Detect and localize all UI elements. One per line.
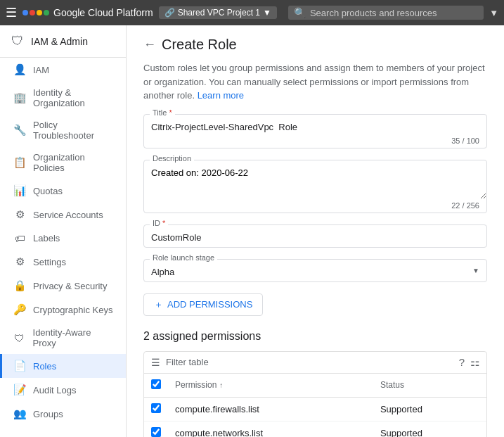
sidebar-item-quotas[interactable]: 📊 Quotas [0,179,126,203]
description-label: Description [150,154,194,163]
sidebar-item-label-service: Service Accounts [33,210,103,220]
learn-more-link[interactable]: Learn more [198,90,244,101]
page-title: Create Role [162,37,237,53]
permissions-table: Permission ↑ Status compute [144,374,486,438]
brand-logo: Google Cloud Platform [22,7,153,18]
row1-permission: compute.firewalls.list [168,397,373,421]
page-header: ← Create Role [143,37,487,53]
sidebar-item-roles[interactable]: 📄 Roles [0,354,126,378]
plus-icon: ＋ [154,298,163,311]
project-dropdown-icon: ▼ [263,8,271,18]
sidebar-item-label-iam: IAM [33,65,49,75]
create-role-form: ← Create Role Custom roles let you group… [127,25,504,437]
launch-stage-select-wrapper: Alpha Beta General Availability Disabled [144,260,486,281]
gcp-logo-icon [22,10,49,15]
id-input[interactable] [144,225,486,247]
roles-icon: 📄 [13,360,26,372]
description-char-count: 22 / 256 [144,201,486,213]
sort-icon[interactable]: ↑ [219,381,223,389]
permission-column-header: Permission ↑ [168,374,373,398]
columns-icon[interactable]: ⚏ [470,356,479,369]
iam-icon: 🛡 [11,34,24,49]
info-text: Custom roles let you group permissions a… [143,61,487,103]
sidebar-item-label-roles: Roles [33,361,56,372]
settings-icon: ⚙ [13,255,26,268]
title-label: Title * [150,108,175,117]
row2-checkbox[interactable] [151,427,161,437]
main-content: ← Create Role Custom roles let you group… [127,25,504,437]
sidebar-item-settings[interactable]: ⚙ Settings [0,250,126,274]
quotas-icon: 📊 [13,184,26,197]
crypto-icon: 🔑 [13,303,26,316]
org-policies-icon: 📋 [13,156,26,169]
sidebar-item-label-labels: Labels [33,233,60,243]
hamburger-menu[interactable]: ☰ [6,5,17,20]
search-bar[interactable]: 🔍 [288,6,484,20]
sidebar-item-cryptographic[interactable]: 🔑 Cryptographic Keys [0,298,126,322]
title-input[interactable] [144,115,486,137]
sidebar-item-label-identity: Identity & Organization [33,87,115,108]
row2-checkbox-cell [144,421,168,437]
service-accounts-icon: ⚙ [13,208,26,221]
launch-stage-select[interactable]: Alpha Beta General Availability Disabled [144,260,486,281]
add-permissions-button[interactable]: ＋ ADD PERMISSIONS [143,293,263,316]
sidebar-item-privacy[interactable]: 🔒 Privacy & Security [0,274,126,298]
description-input[interactable] [144,160,486,199]
sidebar-item-service-accounts[interactable]: ⚙ Service Accounts [0,203,126,227]
select-all-checkbox[interactable] [151,379,161,389]
search-icon: 🔍 [294,7,306,18]
audit-icon: 📝 [13,384,26,396]
description-field-box: Description 22 / 256 [143,160,487,213]
row1-checkbox-cell [144,397,168,421]
status-column-header: Status [373,374,486,398]
sidebar-item-label-proxy: Identity-Aware Proxy [33,327,115,348]
policy-item-icon: 🔧 [13,124,26,137]
sidebar-item-label-quotas: Quotas [33,186,63,196]
sidebar-item-label-policy: Policy Troubleshooter [33,120,115,141]
sidebar-item-label-crypto: Cryptographic Keys [33,305,112,315]
brand-name: Google Cloud Platform [53,7,153,18]
table-row: compute.firewalls.list Supported [144,397,486,421]
sidebar-item-identity-proxy[interactable]: 🛡 Identity-Aware Proxy [0,322,126,354]
top-navigation: ☰ Google Cloud Platform 🔗 Shared VPC Pro… [0,0,504,25]
row1-checkbox[interactable] [151,403,161,413]
project-name: Shared VPC Project 1 [178,8,260,18]
sidebar: 🛡 IAM & Admin 👤 IAM 🏢 Identity & Organiz… [0,25,127,437]
row2-permission: compute.networks.list [168,421,373,437]
help-icon[interactable]: ? [459,356,465,368]
sidebar-item-labels[interactable]: 🏷 Labels [0,227,126,250]
groups-icon: 👥 [13,407,26,420]
sidebar-item-label-privacy: Privacy & Security [33,281,107,291]
id-label: ID * [150,219,168,227]
title-field-box: Title * 35 / 100 [143,114,487,148]
title-char-count: 35 / 100 [144,137,486,148]
search-input[interactable] [310,8,478,18]
sidebar-item-label-settings: Settings [33,257,66,267]
sidebar-item-audit-logs[interactable]: 📝 Audit Logs [0,378,126,402]
table-toolbar: ☰ Filter table ? ⚏ [144,352,486,374]
sidebar-item-org-policies[interactable]: 📋 Organization Policies [0,146,126,179]
privacy-icon: 🔒 [13,279,26,292]
proxy-icon: 🛡 [13,332,26,344]
sidebar-item-label-org: Organization Policies [33,152,115,173]
checkbox-header [144,374,168,398]
sidebar-item-policy[interactable]: 🔧 Policy Troubleshooter [0,114,126,146]
permissions-table-container: ☰ Filter table ? ⚏ Permission [143,351,487,438]
sidebar-item-identity[interactable]: 🏢 Identity & Organization [0,82,126,114]
filter-label: Filter table [166,357,453,367]
back-button[interactable]: ← [143,37,156,52]
row2-status: Supported [373,421,486,437]
table-row: compute.networks.list Supported [144,421,486,437]
sidebar-item-label-groups: Groups [33,409,63,419]
assigned-permissions-title: 2 assigned permissions [143,330,487,343]
launch-stage-field-box: Role launch stage Alpha Beta General Ava… [143,259,487,282]
sidebar-title: IAM & Admin [31,36,88,47]
sidebar-item-label-audit: Audit Logs [33,385,76,395]
labels-icon: 🏷 [13,232,26,244]
sidebar-header: 🛡 IAM & Admin [0,25,126,58]
sidebar-item-iam[interactable]: 👤 IAM [0,58,126,82]
nav-dropdown-icon: ▼ [489,8,498,18]
main-layout: 🛡 IAM & Admin 👤 IAM 🏢 Identity & Organiz… [0,25,504,437]
project-selector[interactable]: 🔗 Shared VPC Project 1 ▼ [159,6,277,19]
sidebar-item-groups[interactable]: 👥 Groups [0,402,126,426]
